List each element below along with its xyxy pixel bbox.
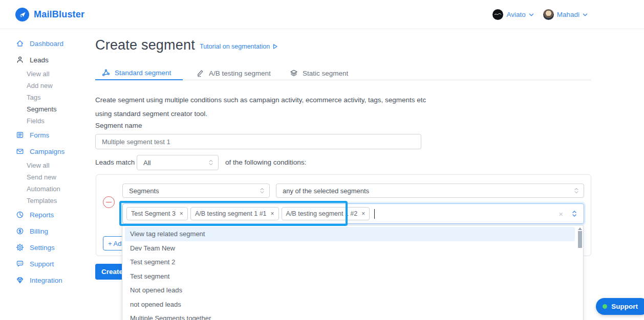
segment-chip-label: A/B testing segment 1 #2: [286, 210, 358, 217]
account-avatar: [492, 9, 503, 20]
segment-name-input[interactable]: [95, 134, 421, 149]
sidebar-item-templates[interactable]: Templates: [0, 195, 95, 207]
dropdown-option[interactable]: Test segment: [125, 269, 575, 284]
sidebar-item-label: Integration: [30, 277, 62, 284]
sidebar-item-settings[interactable]: Settings: [0, 239, 95, 256]
page-title: Create segment: [95, 37, 195, 53]
sidebar-item-campaigns-view-all[interactable]: View all: [0, 159, 95, 171]
envelope-icon: [16, 147, 24, 155]
sidebar-item-label: Add new: [27, 82, 53, 89]
segments-multiselect-input[interactable]: Test Segment 3 × A/B testing segment 1 #…: [122, 203, 584, 224]
sidebar-item-dashboard[interactable]: Dashboard: [0, 35, 95, 52]
sidebar-item-campaigns[interactable]: Campaigns: [0, 143, 95, 159]
home-icon: [16, 39, 24, 48]
online-status-dot: [603, 304, 607, 309]
top-navbar: MailBluster Aviato Mahadi: [0, 0, 644, 29]
layers-icon: [290, 69, 298, 77]
sidebar-item-tags[interactable]: Tags: [0, 92, 95, 103]
chevron-updown-icon: [573, 187, 579, 195]
sidebar-item-label: Fields: [27, 117, 45, 125]
dropdown-option[interactable]: Not opened leads: [125, 283, 575, 298]
sidebar-item-label: Campaigns: [30, 148, 65, 155]
sidebar-item-support[interactable]: Support: [0, 256, 95, 272]
sidebar-item-automation[interactable]: Automation: [0, 183, 95, 195]
tab-label: Standard segment: [115, 69, 171, 77]
tutorial-link-label: Tutorial on segmentation: [200, 43, 270, 50]
dropdown-option[interactable]: Dev Team New: [125, 241, 575, 256]
chevron-down-icon: [583, 13, 588, 17]
form-icon: [16, 131, 24, 139]
text-cursor: [374, 209, 375, 219]
scrollbar-thumb[interactable]: [578, 231, 582, 248]
selected-segment-chips: Test Segment 3 × A/B testing segment 1 #…: [126, 207, 375, 220]
support-widget-label: Support: [611, 303, 638, 310]
segment-chip: A/B testing segment 1 #2 ×: [282, 207, 370, 220]
remove-chip-icon[interactable]: ×: [180, 211, 183, 217]
condition-field-value: Segments: [129, 187, 159, 195]
condition-field-select[interactable]: Segments: [122, 184, 270, 198]
sidebar-item-integration[interactable]: Integration: [0, 272, 95, 288]
chevron-down-icon: [529, 13, 534, 17]
dollar-icon: [16, 227, 24, 235]
sidebar-item-segments[interactable]: Segments: [0, 103, 95, 115]
tab-ab-testing-segment[interactable]: A/B testing segment: [189, 66, 277, 80]
condition-operator-select[interactable]: any of the selected segments: [276, 184, 584, 198]
sidebar-item-label: Segments: [27, 105, 57, 113]
sidebar-item-send-new[interactable]: Send new: [0, 171, 95, 183]
sidebar-item-label: Support: [30, 260, 54, 268]
condition-operator-value: any of the selected segments: [283, 187, 369, 195]
person-icon: [16, 56, 24, 64]
play-icon: [272, 43, 278, 50]
account-name: Aviato: [506, 11, 525, 18]
sidebar-item-label: Templates: [27, 197, 57, 204]
sidebar-item-label: Reports: [30, 211, 54, 219]
match-type-select[interactable]: All: [137, 155, 219, 170]
leads-match-label: Leads match: [95, 155, 135, 170]
sidebar-item-label: Automation: [27, 185, 60, 193]
account-menu[interactable]: Aviato: [492, 9, 533, 20]
segment-name-label: Segment name: [95, 122, 142, 129]
sidebar-item-reports[interactable]: Reports: [0, 207, 95, 223]
sidebar-item-label: Forms: [30, 131, 49, 139]
tutorial-link[interactable]: Tutorial on segmentation: [200, 43, 278, 50]
sidebar-item-label: Leads: [30, 56, 49, 64]
dropdown-option[interactable]: Multiple Segments together: [125, 311, 575, 320]
dropdown-option[interactable]: not opened leads: [125, 298, 575, 312]
dropdown-option[interactable]: Test segment 2: [125, 255, 575, 269]
brand-name: MailBluster: [34, 9, 84, 20]
sidebar-item-label: View all: [27, 70, 50, 78]
sidebar-item-fields[interactable]: Fields: [0, 115, 95, 127]
match-type-value: All: [143, 159, 151, 167]
sidebar-item-label: Send new: [27, 173, 56, 181]
sidebar-item-label: Tags: [27, 94, 40, 101]
sidebar-item-leads[interactable]: Leads: [0, 52, 95, 68]
segment-description: Create segment using multiple conditions…: [95, 93, 433, 121]
brand-logo[interactable]: MailBluster: [15, 8, 84, 21]
tab-standard-segment[interactable]: Standard segment: [95, 66, 183, 80]
sidebar-item-label: Billing: [30, 227, 48, 235]
sidebar-item-leads-view-all[interactable]: View all: [0, 68, 95, 80]
tab-label: A/B testing segment: [209, 70, 271, 77]
segment-options-dropdown: View tag related segment Dev Team New Te…: [122, 225, 584, 320]
network-icon: [102, 68, 110, 77]
chevron-updown-icon: [259, 187, 265, 195]
pie-chart-icon: [16, 211, 24, 219]
main-content: Create segment Tutorial on segmentation …: [95, 29, 644, 320]
support-widget-button[interactable]: Support: [596, 298, 644, 315]
tab-static-segment[interactable]: Static segment: [283, 66, 355, 80]
sidebar-item-leads-add-new[interactable]: Add new: [0, 80, 95, 92]
minus-icon: [106, 202, 112, 202]
sidebar-item-billing[interactable]: Billing: [0, 223, 95, 239]
remove-chip-icon[interactable]: ×: [361, 211, 365, 217]
sidebar-item-forms[interactable]: Forms: [0, 127, 95, 143]
remove-condition-button[interactable]: [103, 196, 115, 208]
tab-label: Static segment: [303, 70, 348, 77]
dropdown-scrollbar[interactable]: [577, 227, 582, 320]
chevron-updown-icon: [208, 158, 214, 167]
dropdown-option[interactable]: View tag related segment: [125, 227, 575, 241]
scroll-up-icon[interactable]: [578, 227, 582, 230]
chevron-updown-icon[interactable]: [571, 209, 577, 218]
user-menu[interactable]: Mahadi: [543, 9, 588, 20]
remove-chip-icon[interactable]: ×: [271, 211, 274, 217]
clear-selection-icon[interactable]: ×: [559, 210, 563, 218]
